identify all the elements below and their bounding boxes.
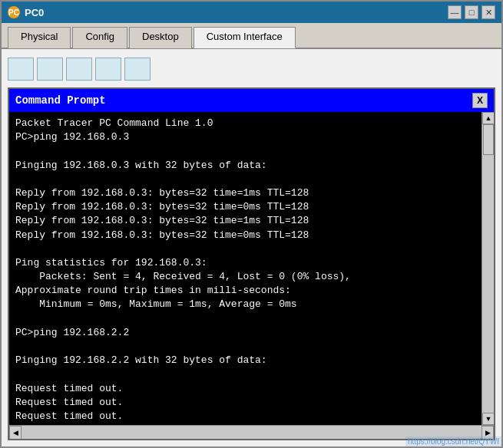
cmd-body-wrapper: Packet Tracer PC Command Line 1.0 PC>pin… [9,112,494,425]
toolbar-btn-5[interactable] [124,58,151,81]
scroll-track[interactable] [482,124,494,413]
vertical-scrollbar[interactable]: ▲ ▼ [481,112,494,425]
window-title: PC0 [25,7,448,18]
scroll-left-button[interactable]: ◀ [9,426,22,440]
minimize-button[interactable]: — [448,5,462,19]
window-controls: — □ ✕ [448,5,495,19]
scroll-up-button[interactable]: ▲ [482,112,494,124]
tab-config[interactable]: Config [72,27,127,48]
toolbar-btn-4[interactable] [95,58,121,81]
command-prompt-window: Command Prompt X Packet Tracer PC Comman… [8,87,495,440]
scroll-down-button[interactable]: ▼ [482,413,494,425]
maximize-button[interactable]: □ [465,5,478,19]
tab-custom-interface[interactable]: Custom Interface [194,27,296,48]
toolbar-btn-1[interactable] [8,58,34,81]
tab-desktop[interactable]: Desktop [129,27,192,48]
app-icon-text: PC [8,8,19,17]
toolbar [8,55,495,83]
toolbar-btn-3[interactable] [66,58,92,81]
watermark: https://blog.csdn.net/QYWf [405,436,501,446]
main-window: PC PC0 — □ ✕ Physical Config Desktop Cus… [0,0,503,448]
app-icon: PC [8,6,20,18]
close-button[interactable]: ✕ [481,5,495,19]
tab-physical[interactable]: Physical [8,27,71,48]
cmd-title-text: Command Prompt [15,94,472,107]
toolbar-btn-2[interactable] [37,58,63,81]
content-area: Command Prompt X Packet Tracer PC Comman… [2,49,501,446]
cmd-title-bar: Command Prompt X [9,89,494,112]
scroll-thumb[interactable] [483,124,494,155]
tab-bar: Physical Config Desktop Custom Interface [2,23,501,49]
cmd-close-button[interactable]: X [472,93,488,108]
cmd-output[interactable]: Packet Tracer PC Command Line 1.0 PC>pin… [9,112,481,425]
title-bar: PC PC0 — □ ✕ [2,2,501,23]
